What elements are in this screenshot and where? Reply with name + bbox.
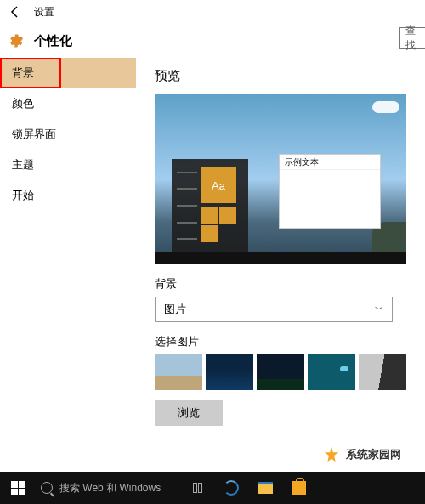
picture-thumbnails	[155, 354, 425, 390]
file-explorer-button[interactable]	[248, 472, 282, 504]
preview-image: Aa 示例文本	[155, 94, 406, 264]
search-input[interactable]: 查找	[400, 27, 425, 49]
watermark: 系统家园网	[298, 438, 425, 472]
thumbnail[interactable]	[155, 354, 202, 390]
chevron-down-icon: ﹀	[375, 303, 383, 315]
sidebar-item-background[interactable]: 背景	[0, 58, 136, 88]
edge-button[interactable]	[214, 472, 248, 504]
preview-tile-small	[201, 225, 218, 242]
category-title: 个性化	[34, 33, 72, 49]
preview-window-title: 示例文本	[280, 155, 380, 170]
taskbar-search[interactable]: 搜索 Web 和 Windows	[36, 472, 180, 504]
sidebar-item-themes[interactable]: 主题	[0, 150, 136, 180]
preview-cloud	[372, 101, 400, 113]
task-view-icon	[193, 483, 202, 493]
edge-icon	[224, 480, 239, 496]
windows-logo-icon	[11, 481, 25, 495]
search-placeholder: 查找	[405, 24, 425, 53]
start-button[interactable]	[0, 472, 36, 504]
preview-window: 示例文本	[279, 154, 381, 229]
sidebar: 背景 颜色 锁屏界面 主题 开始	[0, 58, 136, 472]
preview-heading: 预览	[155, 68, 425, 84]
watermark-text: 系统家园网	[346, 447, 401, 462]
folder-icon	[258, 482, 273, 494]
watermark-logo-icon	[322, 445, 341, 464]
gear-icon	[7, 32, 24, 49]
taskbar: 搜索 Web 和 Windows	[0, 472, 425, 504]
window-title: 设置	[34, 5, 54, 20]
sidebar-item-colors[interactable]: 颜色	[0, 88, 136, 119]
store-icon	[292, 481, 306, 495]
browse-button[interactable]: 浏览	[155, 400, 223, 426]
task-view-button[interactable]	[180, 472, 214, 504]
search-icon	[41, 482, 53, 494]
preview-tile-large: Aa	[201, 167, 236, 203]
thumbnail[interactable]	[257, 354, 304, 390]
thumbnail[interactable]	[359, 354, 406, 390]
background-dropdown[interactable]: 图片 ﹀	[155, 297, 393, 322]
preview-taskbar	[155, 252, 406, 264]
sidebar-item-start[interactable]: 开始	[0, 180, 136, 211]
preview-start-menu: Aa	[172, 159, 248, 252]
preview-tile-small	[219, 207, 236, 224]
thumbnail[interactable]	[206, 354, 253, 390]
background-label: 背景	[155, 276, 425, 292]
store-button[interactable]	[282, 472, 316, 504]
back-button[interactable]	[7, 3, 24, 20]
dropdown-value: 图片	[164, 302, 186, 317]
preview-tile-small	[201, 207, 218, 224]
choose-picture-label: 选择图片	[155, 334, 425, 349]
sidebar-item-lockscreen[interactable]: 锁屏界面	[0, 119, 136, 150]
taskbar-search-placeholder: 搜索 Web 和 Windows	[60, 481, 161, 496]
thumbnail[interactable]	[308, 354, 355, 390]
content-pane: 预览 Aa 示例文本 背景 图片 ﹀ 选择图片	[136, 58, 425, 472]
